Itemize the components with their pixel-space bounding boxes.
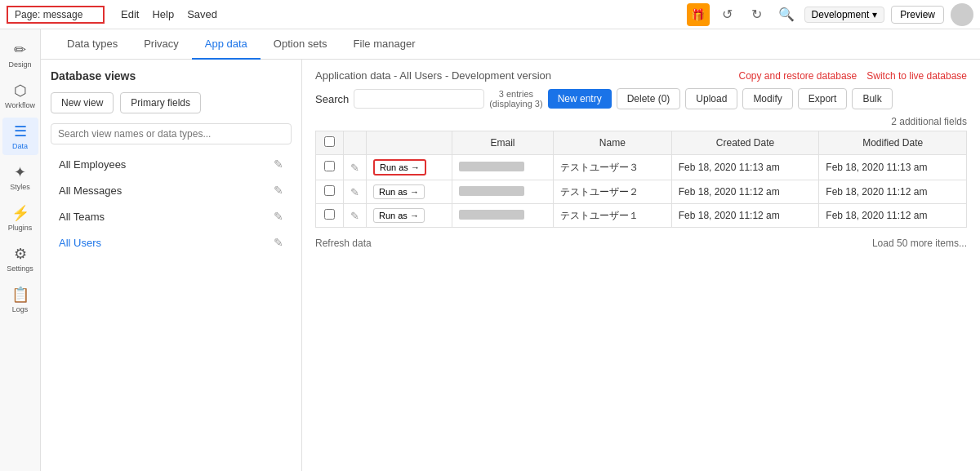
row-checkbox-0 (316, 155, 344, 180)
gift-icon[interactable]: 🎁 (687, 3, 710, 26)
edit-row-icon-1[interactable]: ✎ (350, 186, 359, 198)
row-edit-1[interactable]: ✎ (344, 180, 367, 204)
edit-employees-icon[interactable]: ✎ (274, 158, 283, 171)
sidebar-item-design[interactable]: ✏ Design (2, 36, 38, 73)
runas-cell-1: Run as → (367, 180, 452, 204)
db-actions: Copy and restore database Switch to live… (738, 70, 967, 82)
tab-file-manager[interactable]: File manager (341, 29, 429, 60)
sidebar-item-workflow[interactable]: ⬡ Workflow (2, 77, 38, 114)
tab-data-types[interactable]: Data types (54, 29, 131, 60)
app-title: Application data - All Users - Developme… (315, 69, 732, 82)
upload-button[interactable]: Upload (685, 88, 737, 109)
avatar[interactable] (951, 3, 973, 26)
th-checkbox (316, 131, 344, 155)
created-cell-2: Feb 18, 2020 11:12 am (671, 204, 819, 228)
content-area: Data types Privacy App data Option sets … (41, 29, 980, 471)
help-menu[interactable]: Help (152, 8, 174, 20)
settings-icon: ⚙ (14, 245, 27, 263)
sidebar-item-styles[interactable]: ✦ Styles (2, 158, 38, 196)
edit-messages-icon[interactable]: ✎ (274, 184, 283, 197)
redo-icon[interactable]: ↻ (746, 3, 768, 26)
edit-row-icon-0[interactable]: ✎ (350, 162, 359, 174)
runas-cell-2: Run as → (367, 204, 452, 228)
additional-fields: 2 additional fields (315, 116, 967, 127)
sidebar: ✏ Design ⬡ Workflow ☰ Data ✦ Styles ⚡ Pl… (0, 29, 41, 471)
runas-cell-0: Run as → (367, 155, 452, 180)
view-all-teams[interactable]: All Teams ✎ (51, 203, 292, 229)
th-email: Email (452, 131, 553, 155)
search-icon[interactable]: 🔍 (775, 3, 798, 26)
search-views-input[interactable] (51, 123, 292, 144)
created-cell-1: Feb 18, 2020 11:12 am (671, 180, 819, 204)
tab-option-sets[interactable]: Option sets (261, 29, 341, 60)
table-footer: Refresh data Load 50 more items... (315, 231, 967, 255)
tab-app-data[interactable]: App data (192, 29, 261, 60)
table-row: ✎ Run as → テストユーザー２ Feb 18, 2020 11:12 a… (316, 180, 967, 204)
created-cell-0: Feb 18, 2020 11:13 am (671, 155, 819, 180)
table-panel: Application data - All Users - Developme… (302, 60, 980, 471)
sidebar-item-plugins[interactable]: ⚡ Plugins (2, 199, 38, 237)
sidebar-item-data[interactable]: ☰ Data (2, 118, 38, 155)
edit-teams-icon[interactable]: ✎ (274, 210, 283, 223)
search-input[interactable] (354, 89, 484, 109)
table-controls: Search 3 entries (displaying 3) New entr… (315, 88, 967, 109)
view-list: All Employees ✎ All Messages ✎ All Teams… (51, 151, 292, 255)
styles-icon: ✦ (14, 163, 26, 181)
email-cell-1 (452, 180, 553, 204)
name-cell-0: テストユーザー３ (554, 155, 672, 180)
runas-button-1[interactable]: Run as → (373, 184, 425, 199)
view-all-users[interactable]: All Users ✎ (51, 229, 292, 255)
delete-button[interactable]: Delete (0) (617, 88, 681, 109)
views-buttons: New view Primary fields (51, 92, 292, 113)
export-button[interactable]: Export (798, 88, 848, 109)
runas-button-0[interactable]: Run as → (373, 159, 426, 176)
topbar: Page: message Edit Help Saved 🎁 ↺ ↻ 🔍 De… (0, 0, 980, 29)
email-cell-0 (452, 155, 553, 180)
row-check-1[interactable] (324, 185, 335, 196)
row-check-2[interactable] (324, 209, 335, 220)
preview-button[interactable]: Preview (891, 6, 944, 24)
tab-privacy[interactable]: Privacy (131, 29, 192, 60)
select-all-checkbox[interactable] (324, 136, 335, 147)
row-checkbox-2 (316, 204, 344, 228)
email-value-2 (459, 210, 524, 220)
bulk-button[interactable]: Bulk (852, 88, 892, 109)
th-modified: Modified Date (819, 131, 967, 155)
row-check-0[interactable] (324, 161, 335, 171)
row-edit-0[interactable]: ✎ (344, 155, 367, 180)
switch-live-link[interactable]: Switch to live database (866, 70, 967, 82)
saved-status: Saved (187, 8, 217, 20)
refresh-data-link[interactable]: Refresh data (315, 238, 372, 249)
view-all-employees[interactable]: All Employees ✎ (51, 151, 292, 177)
main-layout: ✏ Design ⬡ Workflow ☰ Data ✦ Styles ⚡ Pl… (0, 29, 980, 471)
edit-users-icon[interactable]: ✎ (274, 236, 283, 249)
page-label[interactable]: Page: message (7, 6, 105, 24)
row-edit-2[interactable]: ✎ (344, 204, 367, 228)
search-label: Search (315, 93, 349, 105)
new-view-button[interactable]: New view (51, 92, 114, 113)
table-row: ✎ Run as → テストユーザー１ Feb 18, 2020 11:12 a… (316, 204, 967, 228)
primary-fields-button[interactable]: Primary fields (120, 92, 201, 113)
view-all-messages[interactable]: All Messages ✎ (51, 177, 292, 203)
copy-restore-link[interactable]: Copy and restore database (738, 70, 857, 82)
data-section: Database views New view Primary fields A… (41, 60, 980, 471)
table-header-row: Application data - All Users - Developme… (315, 69, 967, 82)
undo-icon[interactable]: ↺ (716, 3, 739, 26)
runas-button-2[interactable]: Run as → (373, 208, 425, 223)
edit-row-icon-2[interactable]: ✎ (350, 210, 359, 222)
email-value-1 (459, 186, 524, 196)
sidebar-item-settings[interactable]: ⚙ Settings (2, 240, 38, 278)
modified-cell-0: Feb 18, 2020 11:13 am (819, 155, 967, 180)
th-created: Created Date (671, 131, 819, 155)
load-more-link[interactable]: Load 50 more items... (872, 238, 967, 249)
sidebar-item-logs[interactable]: 📋 Logs (2, 281, 38, 318)
name-cell-2: テストユーザー１ (554, 204, 672, 228)
views-panel: Database views New view Primary fields A… (41, 60, 302, 471)
new-entry-button[interactable]: New entry (548, 89, 612, 109)
th-name: Name (554, 131, 672, 155)
modify-button[interactable]: Modify (742, 88, 792, 109)
env-selector[interactable]: Development ▾ (804, 7, 885, 23)
th-runas (367, 131, 452, 155)
data-icon: ☰ (14, 122, 27, 140)
edit-menu[interactable]: Edit (121, 8, 139, 20)
